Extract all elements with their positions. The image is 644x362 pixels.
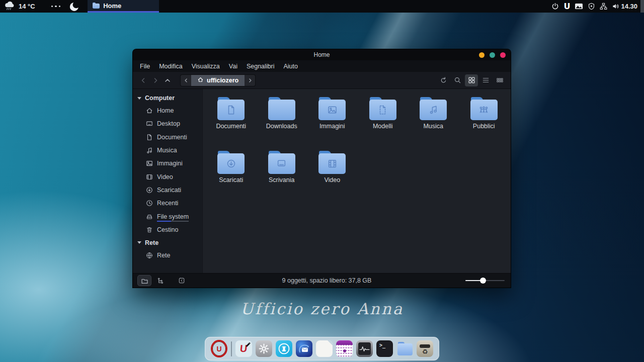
sidebar-item-file-system[interactable]: File system: [133, 210, 202, 223]
sidebar: ComputerHomeDesktopDocumentiMusicaImmagi…: [133, 89, 202, 273]
dock-system-monitor[interactable]: [356, 340, 373, 357]
panel-menu-dots-icon[interactable]: [51, 6, 61, 8]
sidebar-item-label: Cestino: [157, 226, 178, 233]
tray: U: [551, 2, 620, 11]
sidebar-item-cestino[interactable]: Cestino: [133, 223, 202, 236]
status-summary: 9 oggetti, spazio libero: 37,8 GB: [191, 277, 462, 284]
forward-button[interactable]: [149, 74, 162, 86]
titlebar[interactable]: Home: [133, 49, 511, 60]
top-panel: 14 °C Home U 14.30: [0, 0, 644, 13]
sidebar-item-label: Documenti: [157, 134, 187, 141]
dock-file-manager[interactable]: [396, 340, 413, 357]
compact-view-button[interactable]: [493, 74, 506, 86]
up-button[interactable]: [162, 74, 174, 86]
zoom-slider[interactable]: [465, 276, 505, 286]
sidebar-item-documenti[interactable]: Documenti: [133, 131, 202, 144]
folder-modelli[interactable]: Modelli: [358, 95, 409, 149]
close-button[interactable]: [500, 52, 506, 58]
wallpaper-icon[interactable]: [575, 3, 583, 10]
maximize-button[interactable]: [490, 52, 495, 58]
dock-settings[interactable]: [256, 340, 272, 357]
music-icon: [146, 147, 153, 154]
folder-downloads[interactable]: Downloads: [257, 95, 307, 149]
list-view-button[interactable]: [479, 74, 492, 86]
collapse-sidebar-button[interactable]: [175, 276, 188, 286]
taskbar-window-home[interactable]: Home: [88, 0, 159, 13]
shield-icon[interactable]: [588, 3, 595, 10]
volume-icon[interactable]: [612, 3, 620, 10]
zoom-knob[interactable]: [480, 278, 486, 284]
dock-ufficiozero-menu[interactable]: U: [211, 340, 227, 357]
sidebar-item-desktop[interactable]: Desktop: [133, 117, 202, 130]
clock-icon: [146, 200, 153, 207]
dock-calendar[interactable]: [336, 340, 353, 357]
weather-temperature: 14 °C: [19, 3, 35, 10]
folder-immagini[interactable]: Immagini: [307, 95, 358, 149]
ufficiozero-logo-icon[interactable]: U: [564, 2, 570, 11]
sidebar-item-label: Video: [157, 173, 173, 180]
sidebar-item-rete[interactable]: Rete: [133, 249, 202, 262]
sidebar-item-recenti[interactable]: Recenti: [133, 197, 202, 210]
panel-clock[interactable]: 14.30: [621, 3, 637, 10]
tree-pane-button[interactable]: [154, 276, 167, 286]
rain-cloud-icon: [4, 1, 16, 12]
window-body: ComputerHomeDesktopDocumentiMusicaImmagi…: [133, 89, 511, 273]
menu-modifica[interactable]: Modifica: [154, 60, 187, 72]
section-label: Computer: [145, 95, 175, 102]
menu-vai[interactable]: Vai: [224, 60, 242, 72]
folder-documenti[interactable]: Documenti: [206, 95, 257, 149]
menu-file[interactable]: File: [135, 60, 154, 72]
dock-thunderbird-mail[interactable]: [296, 340, 312, 357]
folder-icon: [470, 97, 498, 120]
folder-icon: [420, 97, 447, 120]
dock-librewolf-browser[interactable]: [276, 340, 292, 357]
pen-icon: [245, 341, 251, 347]
sidebar-item-scaricati[interactable]: Scaricati: [133, 184, 202, 197]
sidebar-item-musica[interactable]: Musica: [133, 144, 202, 157]
sidebar-section-rete[interactable]: Rete: [133, 236, 202, 249]
dock-text-editor[interactable]: [316, 340, 333, 357]
network-icon[interactable]: [600, 3, 607, 10]
folder-icon: [217, 97, 245, 120]
folder-label: Modelli: [373, 123, 393, 130]
minimize-button[interactable]: [479, 52, 485, 58]
shortcuts-pane-button[interactable]: [138, 276, 151, 286]
menu-aiuto[interactable]: Aiuto: [279, 60, 303, 72]
folder-scaricati[interactable]: Scaricati: [206, 149, 257, 203]
dock-uz-writer[interactable]: U: [235, 340, 252, 357]
wallpaper-signature: Ufficio zero Anna: [0, 300, 644, 318]
sidebar-item-label: File system: [157, 213, 189, 220]
path-button-home[interactable]: ufficiozero: [191, 74, 245, 86]
dock-terminal[interactable]: >_: [376, 340, 393, 357]
sidebar-item-immagini[interactable]: Immagini: [133, 157, 202, 170]
folder-icon: [268, 151, 295, 174]
path-label: ufficiozero: [207, 77, 238, 84]
sidebar-item-video[interactable]: Video: [133, 170, 202, 183]
sidebar-section-computer[interactable]: Computer: [133, 92, 202, 104]
dock-trash[interactable]: ♻: [417, 340, 433, 357]
folder-video[interactable]: Video: [307, 149, 358, 203]
path-scroll-left-button[interactable]: [180, 74, 191, 86]
icon-view-button[interactable]: [465, 74, 478, 86]
sidebar-item-label: Recenti: [157, 200, 178, 207]
folder-icon: [318, 151, 346, 174]
reload-button[interactable]: [437, 74, 450, 86]
folder-scrivania[interactable]: Scrivania: [257, 149, 307, 203]
night-mode-icon[interactable]: [68, 1, 80, 12]
weather-widget[interactable]: 14 °C: [0, 1, 35, 12]
show-desktop-button[interactable]: [640, 0, 644, 13]
folder-musica[interactable]: Musica: [408, 95, 459, 149]
menu-segnalibri[interactable]: Segnalibri: [242, 60, 279, 72]
path-scroll-right-button[interactable]: [245, 74, 256, 86]
search-button[interactable]: [451, 74, 464, 86]
sidebar-item-home[interactable]: Home: [133, 104, 202, 117]
power-icon[interactable]: [551, 3, 559, 10]
back-button[interactable]: [137, 74, 149, 86]
folder-label: Scaricati: [219, 176, 243, 184]
prompt-icon: >_: [379, 342, 385, 348]
recycle-icon: ♻: [422, 348, 428, 355]
menu-visualizza[interactable]: Visualizza: [187, 60, 224, 72]
folder-grid[interactable]: DocumentiDownloadsImmaginiModelliMusicaP…: [202, 89, 511, 273]
sidebar-item-label: Scaricati: [157, 187, 181, 194]
folder-pubblici[interactable]: Pubblici: [459, 95, 510, 149]
